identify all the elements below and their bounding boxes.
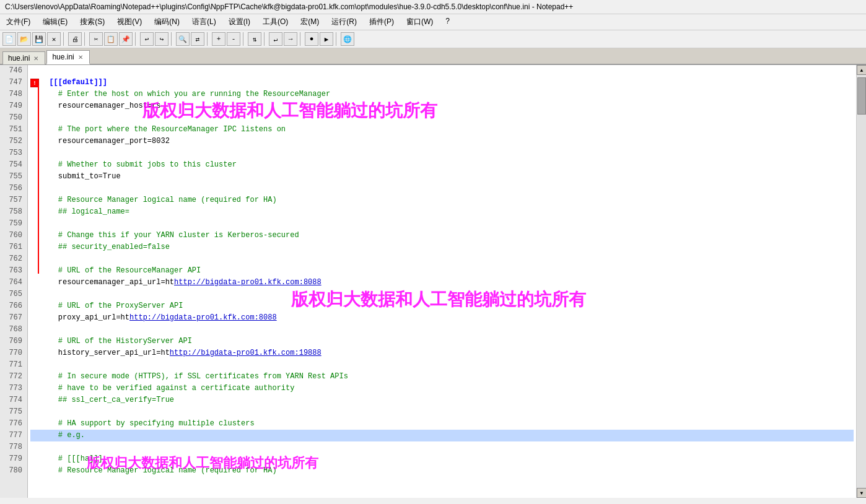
code-line-770: history_server_api_url=hthttp://bigdata-… xyxy=(30,347,854,359)
sep3 xyxy=(135,32,138,46)
menu-item-p[interactable]: 插件(P) xyxy=(365,15,398,28)
code-line-767: proxy_api_url=hthttp://bigdata-pro01.kfk… xyxy=(30,312,854,324)
line-number-752: 752 xyxy=(0,136,25,147)
tab-close-1[interactable]: ✕ xyxy=(33,55,38,62)
copy-btn[interactable]: 📋 xyxy=(104,32,118,46)
zoom-in-btn[interactable]: + xyxy=(212,32,225,46)
link-text[interactable]: http://bigdata-pro01.kfk.com:8088 xyxy=(129,312,277,324)
vertical-scrollbar[interactable]: ▲ ▼ xyxy=(856,65,866,498)
open-btn[interactable]: 📂 xyxy=(17,32,31,46)
scroll-up-arrow[interactable]: ▲ xyxy=(857,65,866,75)
title-text: C:\Users\lenovo\AppData\Roaming\Notepad+… xyxy=(5,2,573,11)
code-line-759 xyxy=(30,218,854,230)
code-area[interactable]: ! [[[default]]] # Enter the host on whic… xyxy=(28,65,856,498)
link-text[interactable]: http://bigdata-pro01.kfk.com:8088 xyxy=(174,277,321,289)
line-number-774: 774 xyxy=(0,394,25,406)
line-number-756: 756 xyxy=(0,183,25,194)
line-number-755: 755 xyxy=(0,171,25,183)
code-line-779: # [[[ha]]] xyxy=(30,453,854,465)
line-number-763: 763 xyxy=(0,265,25,277)
menu-item-f[interactable]: 文件(F) xyxy=(2,15,34,28)
code-line-760: # Change this if your YARN cluster is Ke… xyxy=(30,230,854,241)
line-number-776: 776 xyxy=(0,418,25,430)
line-number-772: 772 xyxy=(0,371,25,383)
error-marker: ! xyxy=(30,79,39,87)
menu-item-o[interactable]: 工具(O) xyxy=(259,15,292,28)
code-line-773: # have to be verified against a certific… xyxy=(30,383,854,394)
scroll-down-arrow[interactable]: ▼ xyxy=(857,488,866,498)
code-line-749: resourcemanager_host=rs xyxy=(30,100,854,112)
menu-item-v[interactable]: 视图(V) xyxy=(113,15,146,28)
menu-item-s[interactable]: 搜索(S) xyxy=(76,15,108,28)
code-line-772: # In secure mode (HTTPS), if SSL certifi… xyxy=(30,371,854,383)
run-macro-btn[interactable]: ▶ xyxy=(320,32,333,46)
sep5 xyxy=(207,32,209,46)
sep1 xyxy=(63,32,66,46)
tab-label-1: hue.ini xyxy=(8,54,30,63)
toolbar: 📄 📂 💾 ✕ 🖨 ✂ 📋 📌 ↩ ↪ 🔍 ⇄ + - ⇅ ↵ → ● ▶ 🌐 xyxy=(0,30,866,48)
sep9 xyxy=(336,32,338,46)
tab-close-2[interactable]: ✕ xyxy=(78,54,83,61)
line-number-751: 751 xyxy=(0,124,25,136)
close-btn[interactable]: ✕ xyxy=(47,32,61,46)
undo-btn[interactable]: ↩ xyxy=(140,32,154,46)
cut-btn[interactable]: ✂ xyxy=(89,32,103,46)
line-number-747: 747 xyxy=(0,77,25,89)
indent-btn[interactable]: → xyxy=(284,32,297,46)
code-line-748: # Enter the host on which you are runnin… xyxy=(30,89,854,100)
sep8 xyxy=(300,32,302,46)
sync-btn[interactable]: ⇅ xyxy=(248,32,261,46)
tab-hue-ini-1[interactable]: hue.ini ✕ xyxy=(2,51,45,64)
replace-btn[interactable]: ⇄ xyxy=(191,32,204,46)
line-number-770: 770 xyxy=(0,347,25,359)
menu-item-[interactable]: ? xyxy=(442,15,453,28)
print-btn[interactable]: 🖨 xyxy=(68,32,82,46)
macro-btn[interactable]: ● xyxy=(305,32,318,46)
code-line-750 xyxy=(30,112,854,124)
wrap-btn[interactable]: ↵ xyxy=(269,32,282,46)
editor-container: 版权归大数据和人工智能躺过的坑所有 版权归大数据和人工智能躺过的坑所有 版权归大… xyxy=(0,65,866,498)
code-line-761: ## security_enabled=false xyxy=(30,241,854,253)
line-number-767: 767 xyxy=(0,312,25,324)
line-number-780: 780 xyxy=(0,465,25,477)
menu-item-n[interactable]: 编码(N) xyxy=(151,15,183,28)
new-btn[interactable]: 📄 xyxy=(2,32,16,46)
code-line-754: # Whether to submit jobs to this cluster xyxy=(30,159,854,171)
code-line-765 xyxy=(30,289,854,300)
line-number-762: 762 xyxy=(0,253,25,265)
paste-btn[interactable]: 📌 xyxy=(119,32,133,46)
tab-label-2: hue.ini xyxy=(52,53,74,61)
link-text[interactable]: http://bigdata-pro01.kfk.com:19888 xyxy=(170,347,321,359)
menu-item-r[interactable]: 运行(R) xyxy=(328,15,361,28)
tab-bar: hue.ini ✕ hue.ini ✕ xyxy=(0,48,866,65)
menu-item-l[interactable]: 语言(L) xyxy=(188,15,220,28)
sep6 xyxy=(243,32,245,46)
redo-btn[interactable]: ↪ xyxy=(155,32,168,46)
menu-item-m[interactable]: 宏(M) xyxy=(297,15,323,28)
menu-item-w[interactable]: 窗口(W) xyxy=(403,15,437,28)
line-number-757: 757 xyxy=(0,194,25,206)
sep7 xyxy=(264,32,266,46)
scroll-thumb[interactable] xyxy=(857,77,866,115)
menu-item-e[interactable]: 编辑(E) xyxy=(39,15,71,28)
line-number-778: 778 xyxy=(0,441,25,453)
code-line-763: # URL of the ResourceManager API xyxy=(30,265,854,277)
menu-item-i[interactable]: 设置(I) xyxy=(225,15,254,28)
line-number-766: 766 xyxy=(0,300,25,312)
line-number-754: 754 xyxy=(0,159,25,171)
code-line-766: # URL of the ProxyServer API xyxy=(30,300,854,312)
tab-hue-ini-2[interactable]: hue.ini ✕ xyxy=(46,50,89,64)
code-line-757: # Resource Manager logical name (require… xyxy=(30,194,854,206)
code-line-777: # e.g. xyxy=(30,430,854,441)
code-line-776: # HA support by specifying multiple clus… xyxy=(30,418,854,430)
ftp-icon[interactable]: 🌐 xyxy=(341,32,354,46)
zoom-out-btn[interactable]: - xyxy=(227,32,240,46)
find-btn[interactable]: 🔍 xyxy=(176,32,190,46)
line-number-753: 753 xyxy=(0,147,25,159)
line-number-761: 761 xyxy=(0,241,25,253)
save-btn[interactable]: 💾 xyxy=(32,32,46,46)
code-line-747: ! [[[default]]] xyxy=(30,77,854,89)
code-line-775 xyxy=(30,406,854,418)
sep4 xyxy=(171,32,173,46)
code-line-771 xyxy=(30,359,854,371)
